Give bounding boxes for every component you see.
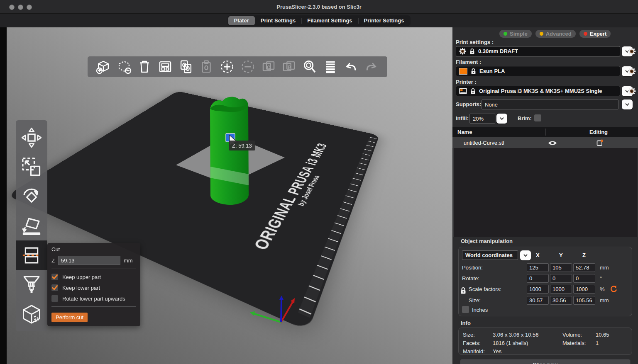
inches-checkbox[interactable] [462, 306, 469, 313]
keep-lower-part-option[interactable]: Keep lower part [51, 282, 136, 293]
filament-gear-icon[interactable] [628, 67, 636, 75]
rotate-tool-button[interactable] [16, 182, 47, 211]
scale-y-input[interactable] [550, 285, 572, 294]
object-manipulation-title: Object manipulation [461, 238, 513, 244]
scale-z-input[interactable] [573, 285, 595, 294]
split-to-objects-button [259, 58, 278, 75]
supports-select[interactable]: None [482, 99, 618, 109]
rotate-y-input[interactable] [550, 274, 572, 283]
info-size-label: Size: [463, 332, 493, 338]
filament-value: Esun PLA [479, 68, 505, 74]
slice-now-button[interactable]: Slice now [460, 359, 631, 364]
zoom-window-button[interactable] [27, 5, 32, 10]
delete-all-button[interactable] [135, 58, 154, 75]
rotate-lower-part-option[interactable]: Rotate lower part upwards [51, 293, 136, 304]
tab-print-settings[interactable]: Print Settings [255, 16, 302, 25]
keep-lower-part-checkbox[interactable] [51, 284, 58, 291]
infill-dropdown-button[interactable] [496, 114, 507, 124]
print-settings-gear-icon[interactable] [628, 47, 636, 56]
scale-x-input[interactable] [527, 285, 549, 294]
place-on-face-tool-button[interactable] [16, 211, 47, 240]
reset-scale-icon[interactable] [610, 285, 617, 293]
visibility-eye-icon[interactable] [548, 140, 557, 146]
minimize-window-button[interactable] [18, 5, 23, 10]
mode-simple-label: Simple [510, 31, 528, 37]
info-title: Info [461, 320, 471, 326]
redo-button [362, 58, 381, 75]
size-z-input[interactable] [573, 296, 595, 305]
object-manipulation-panel: World coordinates X Y Z Position: mm Rot… [458, 247, 632, 316]
position-z-input[interactable] [573, 263, 595, 272]
info-facets-value: 1816 (1 shells) [493, 340, 562, 346]
print-settings-combo[interactable]: 0.30mm DRAFT [456, 46, 620, 56]
delete-button[interactable] [115, 58, 133, 75]
size-y-input[interactable] [550, 296, 572, 305]
filament-combo[interactable]: Esun PLA [456, 66, 620, 76]
move-tool-button[interactable] [16, 123, 47, 152]
rotate-unit: ° [600, 275, 602, 281]
position-x-input[interactable] [527, 263, 549, 272]
object-list-empty-area[interactable] [453, 148, 637, 237]
uniform-scale-lock-icon[interactable] [460, 287, 466, 294]
bed-title: ORIGINAL PRUSA i3 MK3 [250, 141, 330, 254]
rotate-z-input[interactable] [573, 274, 595, 283]
tab-plater[interactable]: Plater [228, 16, 255, 25]
supports-dropdown-button[interactable] [622, 99, 633, 109]
scale-tool-button[interactable] [16, 152, 47, 182]
rotate-x-input[interactable] [527, 274, 549, 283]
close-window-button[interactable] [9, 5, 15, 10]
position-y-input[interactable] [550, 263, 572, 272]
arrange-button[interactable] [156, 58, 174, 75]
info-volume-value: 10.65 [596, 332, 609, 338]
cut-tool-button[interactable] [16, 240, 47, 270]
seam-tool-button[interactable] [16, 299, 47, 329]
inches-label: Inches [472, 307, 488, 313]
mode-simple-button[interactable]: Simple [499, 30, 532, 38]
tab-printer-settings[interactable]: Printer Settings [358, 16, 410, 25]
keep-upper-part-option[interactable]: Keep upper part [51, 272, 136, 282]
position-unit: mm [600, 265, 609, 271]
paste-button [197, 58, 215, 75]
size-x-input[interactable] [527, 296, 549, 305]
infill-select[interactable]: 20% [469, 114, 495, 124]
cut-z-input[interactable] [58, 256, 120, 265]
x-column-header: X [536, 252, 540, 258]
expert-mode-dot [584, 32, 587, 36]
printer-combo[interactable]: Original Prusa i3 MK3S & MK3S+ MMU2S Sin… [456, 86, 620, 96]
coordinates-select[interactable]: World coordinates [462, 250, 518, 260]
brim-checkbox[interactable] [534, 114, 541, 121]
add-button[interactable] [94, 58, 112, 75]
copy-button[interactable] [177, 58, 195, 75]
3d-viewport[interactable]: ORIGINAL PRUSA i3 MK3 by Josef Prusa [7, 27, 452, 364]
printer-icon [459, 88, 467, 94]
lock-icon [469, 48, 475, 55]
keep-upper-part-checkbox[interactable] [51, 274, 58, 280]
printer-gear-icon[interactable] [628, 87, 636, 95]
add-instance-button[interactable] [218, 58, 236, 75]
paint-supports-tool-button[interactable] [16, 270, 47, 299]
keep-upper-part-label: Keep upper part [62, 274, 101, 280]
variable-layer-height-button[interactable] [321, 58, 340, 75]
infill-label: Infill: [456, 115, 469, 121]
mode-advanced-button[interactable]: Advanced [535, 30, 576, 38]
mode-switcher: Simple Advanced Expert [499, 30, 611, 38]
object-name: untitled-Curve.stl [464, 140, 504, 146]
print-settings-value: 0.30mm DRAFT [478, 48, 518, 54]
top-toolbar [88, 56, 387, 77]
printer-value: Original Prusa i3 MK3S & MK3S+ MMU2S Sin… [479, 88, 602, 94]
search-button[interactable] [301, 58, 319, 75]
z-column-header: Z [582, 252, 586, 258]
printer-label: Printer : [456, 79, 477, 85]
object-row-untitled-curve[interactable]: untitled-Curve.stl [452, 137, 638, 148]
coordinates-dropdown-button[interactable] [520, 250, 531, 260]
rotate-lower-part-checkbox[interactable] [51, 295, 58, 302]
gizmo-toolbar [16, 120, 47, 331]
undo-button[interactable] [342, 58, 360, 75]
brim-label: Brim: [518, 115, 532, 121]
mode-expert-button[interactable]: Expert [579, 30, 611, 38]
tab-filament-settings[interactable]: Filament Settings [301, 16, 358, 25]
info-manifold-label: Manifold: [463, 348, 493, 354]
edit-object-icon[interactable] [596, 139, 604, 146]
perform-cut-button[interactable]: Perform cut [51, 313, 88, 322]
mode-expert-label: Expert [590, 31, 606, 37]
